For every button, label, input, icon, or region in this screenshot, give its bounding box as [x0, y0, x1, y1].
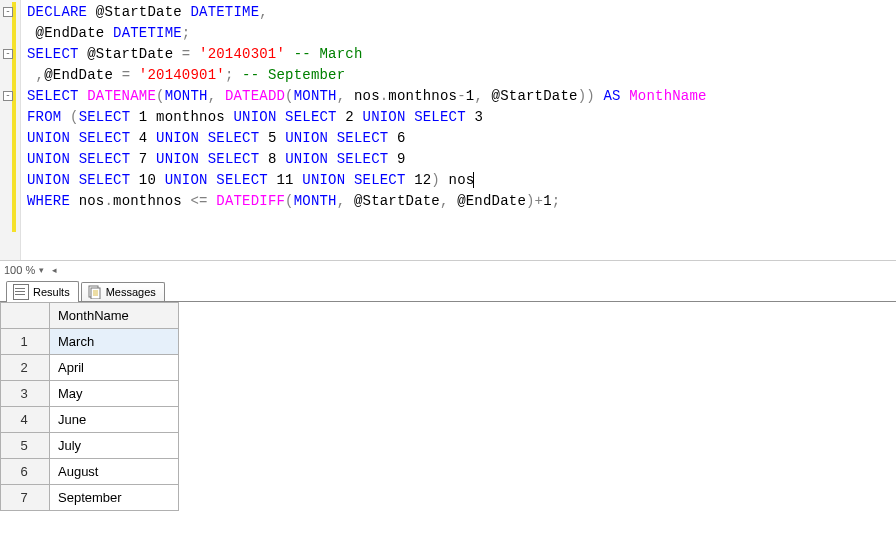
code-token: @StartDate: [492, 88, 578, 104]
code-token: UNION: [233, 109, 276, 125]
code-token: [70, 193, 79, 209]
code-token: @StartDate: [96, 4, 182, 20]
code-line[interactable]: UNION SELECT 4 UNION SELECT 5 UNION SELE…: [27, 128, 707, 149]
monthname-cell[interactable]: July: [50, 433, 179, 459]
fold-toggle-icon[interactable]: -: [3, 91, 13, 101]
code-token: SELECT: [414, 109, 466, 125]
messages-icon: [88, 285, 102, 299]
code-token: [199, 130, 208, 146]
table-row[interactable]: 5July: [1, 433, 179, 459]
code-token: DATETIME: [190, 4, 259, 20]
row-number-cell[interactable]: 7: [1, 485, 50, 511]
code-token: monthnos: [113, 193, 182, 209]
code-line[interactable]: @EndDate DATETIME;: [27, 23, 707, 44]
table-row[interactable]: 3May: [1, 381, 179, 407]
fold-toggle-icon[interactable]: -: [3, 7, 13, 17]
code-token: nos: [449, 172, 475, 188]
code-token: )): [578, 88, 595, 104]
code-token: 2: [345, 109, 354, 125]
code-line[interactable]: FROM (SELECT 1 monthnos UNION SELECT 2 U…: [27, 107, 707, 128]
zoom-dropdown-icon[interactable]: ▾: [39, 265, 44, 275]
code-token: UNION: [165, 172, 208, 188]
tab-messages[interactable]: Messages: [81, 282, 165, 301]
fold-toggle-icon[interactable]: -: [3, 49, 13, 59]
code-token: FROM: [27, 109, 61, 125]
code-token: [113, 67, 122, 83]
monthname-cell[interactable]: May: [50, 381, 179, 407]
row-number-cell[interactable]: 1: [1, 329, 50, 355]
code-line[interactable]: DECLARE @StartDate DATETIME,: [27, 2, 707, 23]
code-token: DATEDIFF: [216, 193, 285, 209]
monthname-cell[interactable]: April: [50, 355, 179, 381]
code-token: [79, 46, 88, 62]
code-token: [277, 130, 286, 146]
code-token: 10: [139, 172, 156, 188]
column-header-monthname[interactable]: MonthName: [50, 303, 179, 329]
code-token: [285, 46, 294, 62]
code-token: [259, 151, 268, 167]
code-token: [449, 193, 458, 209]
code-token: MONTH: [294, 193, 337, 209]
code-token: [328, 130, 337, 146]
code-line[interactable]: UNION SELECT 7 UNION SELECT 8 UNION SELE…: [27, 149, 707, 170]
row-number-cell[interactable]: 3: [1, 381, 50, 407]
row-number-cell[interactable]: 5: [1, 433, 50, 459]
table-row[interactable]: 2April: [1, 355, 179, 381]
sql-editor-pane[interactable]: --- DECLARE @StartDate DATETIME, @EndDat…: [0, 0, 896, 261]
row-number-cell[interactable]: 2: [1, 355, 50, 381]
code-token: UNION: [156, 151, 199, 167]
code-token: '20140901': [139, 67, 225, 83]
results-corner-cell[interactable]: [1, 303, 50, 329]
code-token: SELECT: [79, 172, 131, 188]
code-token: [190, 46, 199, 62]
table-row[interactable]: 6August: [1, 459, 179, 485]
code-token: (: [156, 88, 165, 104]
table-row[interactable]: 7September: [1, 485, 179, 511]
code-token: SELECT: [79, 109, 131, 125]
code-line[interactable]: ,@EndDate = '20140901'; -- September: [27, 65, 707, 86]
code-token: [79, 88, 88, 104]
table-row[interactable]: 4June: [1, 407, 179, 433]
code-token: [156, 172, 165, 188]
code-token: [345, 172, 354, 188]
monthname-cell[interactable]: June: [50, 407, 179, 433]
code-token: SELECT: [208, 130, 260, 146]
code-token: @EndDate: [44, 67, 113, 83]
code-token: 3: [474, 109, 483, 125]
code-token: UNION: [302, 172, 345, 188]
results-grid-icon: [13, 284, 29, 300]
tab-results[interactable]: Results: [6, 281, 79, 302]
code-token: SELECT: [208, 151, 260, 167]
code-line[interactable]: UNION SELECT 10 UNION SELECT 11 UNION SE…: [27, 170, 707, 191]
code-token: ;: [552, 193, 561, 209]
code-token: [208, 193, 217, 209]
code-token: SELECT: [79, 130, 131, 146]
code-token: UNION: [27, 172, 70, 188]
code-token: .: [104, 193, 113, 209]
code-token: MONTH: [294, 88, 337, 104]
results-table[interactable]: MonthName 1March2April3May4June5July6Aug…: [0, 302, 179, 511]
code-token: [277, 109, 286, 125]
sql-code-area[interactable]: DECLARE @StartDate DATETIME, @EndDate DA…: [21, 0, 715, 260]
scroll-left-icon[interactable]: ◂: [52, 265, 57, 275]
code-line[interactable]: SELECT DATENAME(MONTH, DATEADD(MONTH, no…: [27, 86, 707, 107]
monthname-cell[interactable]: September: [50, 485, 179, 511]
code-token: ): [431, 172, 440, 188]
code-token: [70, 172, 79, 188]
code-token: AS: [603, 88, 620, 104]
row-number-cell[interactable]: 4: [1, 407, 50, 433]
code-line[interactable]: WHERE nos.monthnos <= DATEDIFF(MONTH, @S…: [27, 191, 707, 212]
monthname-cell[interactable]: March: [50, 329, 179, 355]
code-line[interactable]: SELECT @StartDate = '20140301' -- March: [27, 44, 707, 65]
zoom-level[interactable]: 100 %: [4, 264, 35, 276]
table-row[interactable]: 1March: [1, 329, 179, 355]
code-token: DATENAME: [87, 88, 156, 104]
code-token: SELECT: [285, 109, 337, 125]
code-token: UNION: [285, 151, 328, 167]
code-token: [104, 25, 113, 41]
code-token: UNION: [156, 130, 199, 146]
monthname-cell[interactable]: August: [50, 459, 179, 485]
code-token: SELECT: [79, 151, 131, 167]
row-number-cell[interactable]: 6: [1, 459, 50, 485]
code-token: ,: [474, 88, 483, 104]
